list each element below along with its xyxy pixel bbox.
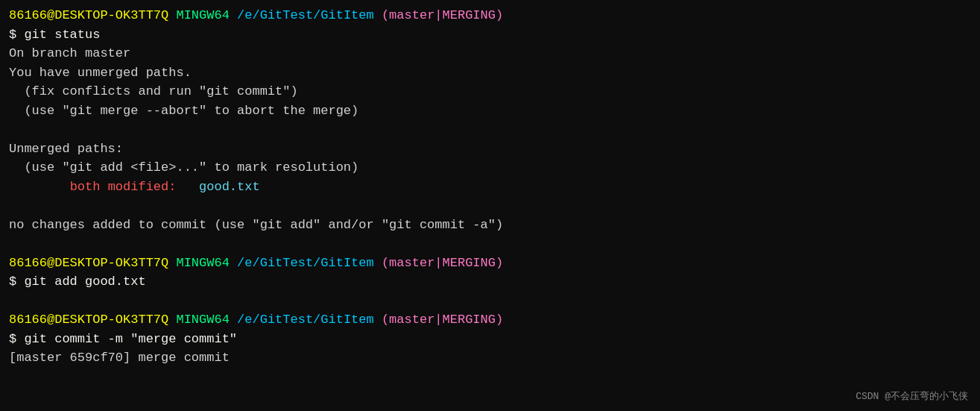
- terminal-line: [9, 120, 971, 139]
- terminal-line: 86166@DESKTOP-OK3TT7Q MINGW64 /e/GitTest…: [9, 254, 971, 273]
- terminal-line: On branch master: [9, 44, 971, 63]
- terminal-line: $ git status: [9, 25, 971, 45]
- terminal: 86166@DESKTOP-OK3TT7Q MINGW64 /e/GitTest…: [0, 0, 980, 411]
- terminal-line: [9, 234, 971, 254]
- terminal-line: Unmerged paths:: [9, 139, 971, 159]
- terminal-line: You have unmerged paths.: [9, 63, 971, 83]
- terminal-line: $ git add good.txt: [9, 272, 971, 292]
- terminal-line: [master 659cf70] merge commit: [9, 348, 971, 368]
- terminal-line: (use "git add <file>..." to mark resolut…: [9, 158, 971, 178]
- terminal-line: 86166@DESKTOP-OK3TT7Q MINGW64 /e/GitTest…: [9, 6, 971, 25]
- terminal-content: 86166@DESKTOP-OK3TT7Q MINGW64 /e/GitTest…: [9, 6, 971, 368]
- terminal-line: 86166@DESKTOP-OK3TT7Q MINGW64 /e/GitTest…: [9, 310, 971, 330]
- terminal-line: [9, 292, 971, 311]
- terminal-line: [9, 196, 971, 216]
- terminal-line: both modified: good.txt: [9, 178, 971, 197]
- terminal-line: (fix conflicts and run "git commit"): [9, 82, 971, 101]
- watermark: CSDN @不会压弯的小飞侠: [856, 389, 968, 404]
- terminal-line: (use "git merge --abort" to abort the me…: [9, 101, 971, 121]
- terminal-line: no changes added to commit (use "git add…: [9, 216, 971, 235]
- terminal-line: $ git commit -m "merge commit": [9, 330, 971, 349]
